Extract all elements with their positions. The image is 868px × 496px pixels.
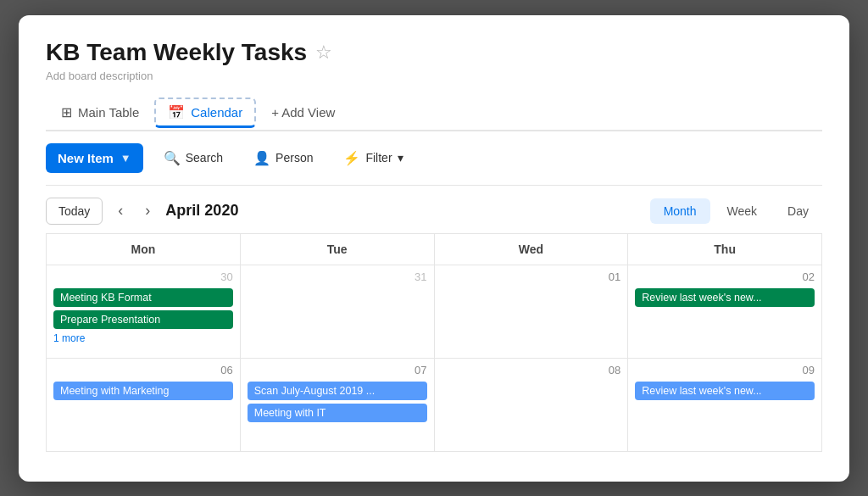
event-week1-day1-1[interactable]: Meeting with IT [248, 404, 427, 422]
event-week0-day0-0[interactable]: Meeting KB Format [53, 288, 233, 307]
cal-cell-week0-day3: 02Review last week's new... [628, 265, 822, 359]
day-num-week0-day1: 31 [248, 270, 427, 283]
calendar-icon: 📅 [168, 104, 185, 120]
tab-calendar-label: Calendar [191, 105, 242, 120]
view-month-button[interactable]: Month [650, 198, 710, 224]
search-button[interactable]: 🔍 Search [153, 143, 233, 173]
table-icon: ⊞ [61, 104, 72, 120]
calendar-header: Today ‹ › April 2020 Month Week Day [46, 186, 822, 233]
event-week0-day0-1[interactable]: Prepare Presentation [53, 310, 233, 329]
day-num-week1-day3: 09 [635, 364, 815, 376]
tab-main-table-label: Main Table [78, 105, 139, 120]
tab-main-table[interactable]: ⊞ Main Table [46, 96, 154, 131]
view-week-button[interactable]: Week [714, 198, 771, 224]
day-num-week1-day1: 07 [248, 364, 427, 376]
chevron-down-icon: ▼ [120, 152, 131, 164]
calendar-body: 30Meeting KB FormatPrepare Presentation1… [47, 265, 822, 452]
person-label: Person [275, 151, 313, 164]
day-num-week0-day0: 30 [53, 270, 233, 283]
search-icon: 🔍 [164, 150, 181, 166]
day-header-thu: Thu [628, 234, 822, 265]
event-week1-day0-0[interactable]: Meeting with Marketing [53, 382, 233, 400]
cal-cell-week1-day3: 09Review last week's new... [628, 359, 822, 452]
prev-month-button[interactable]: ‹ [111, 198, 130, 223]
person-button[interactable]: 👤 Person [243, 143, 323, 173]
tab-calendar[interactable]: 📅 Calendar [154, 98, 256, 128]
cal-cell-week1-day0: 06Meeting with Marketing [47, 359, 241, 452]
tabs-row: ⊞ Main Table 📅 Calendar + Add View [46, 96, 822, 131]
add-view-label: + Add View [271, 105, 335, 120]
app-window: KB Team Weekly Tasks ☆ Add board descrip… [19, 15, 849, 482]
event-week1-day1-0[interactable]: Scan July-August 2019 ... [248, 382, 427, 400]
search-label: Search [186, 151, 223, 164]
event-week1-day3-0[interactable]: Review last week's new... [635, 382, 815, 400]
person-icon: 👤 [253, 150, 270, 166]
calendar-days-header: Mon Tue Wed Thu [47, 234, 822, 265]
cal-cell-week1-day2: 08 [435, 359, 629, 452]
day-num-week0-day3: 02 [635, 270, 815, 283]
month-label: April 2020 [165, 202, 275, 220]
day-header-tue: Tue [241, 234, 435, 265]
cal-cell-week0-day2: 01 [435, 265, 629, 359]
board-subtitle: Add board description [46, 70, 822, 82]
filter-button[interactable]: ⚡ Filter ▾ [333, 143, 413, 173]
cal-cell-week0-day1: 31 [241, 265, 435, 359]
day-num-week1-day0: 06 [53, 364, 233, 376]
day-header-wed: Wed [435, 234, 629, 265]
event-week0-day3-0[interactable]: Review last week's new... [635, 288, 815, 307]
cal-cell-week0-day0: 30Meeting KB FormatPrepare Presentation1… [47, 265, 241, 359]
filter-icon: ⚡ [343, 150, 360, 166]
view-switcher: Month Week Day [650, 198, 822, 224]
next-month-button[interactable]: › [138, 198, 157, 223]
toolbar-row: New Item ▼ 🔍 Search 👤 Person ⚡ Filter ▾ [46, 131, 822, 186]
star-icon[interactable]: ☆ [315, 42, 332, 64]
more-link-week0-day0[interactable]: 1 more [53, 332, 233, 344]
view-day-button[interactable]: Day [774, 198, 822, 224]
calendar-grid: Mon Tue Wed Thu 30Meeting KB FormatPrepa… [46, 233, 822, 452]
new-item-button[interactable]: New Item ▼ [46, 143, 143, 173]
day-num-week0-day2: 01 [442, 270, 621, 283]
app-title: KB Team Weekly Tasks [46, 39, 307, 66]
add-view-btn[interactable]: + Add View [256, 97, 350, 128]
title-row: KB Team Weekly Tasks ☆ [46, 39, 822, 66]
day-num-week1-day2: 08 [442, 364, 621, 376]
filter-chevron-icon: ▾ [398, 151, 403, 164]
cal-cell-week1-day1: 07Scan July-August 2019 ...Meeting with … [241, 359, 435, 452]
today-button[interactable]: Today [46, 198, 103, 225]
filter-label: Filter [365, 151, 392, 164]
day-header-mon: Mon [47, 234, 241, 265]
new-item-label: New Item [58, 151, 114, 165]
